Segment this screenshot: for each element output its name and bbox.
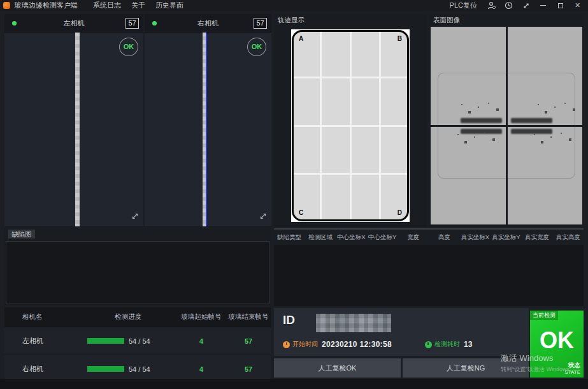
id-value-redacted [316,314,391,332]
restore-button[interactable] [556,1,564,10]
camera-progress-table: 相机名 检测进度 玻璃起始帧号 玻璃结束帧号 左相机 54 / 54 4 57 … [4,307,271,384]
right-camera-header: 右相机 57 [145,14,271,33]
camera-name: 左相机 [4,336,80,346]
defect-table-header: 缺陷类型 检测区域 中心坐标X 中心坐标Y 宽度 高度 真实坐标X 真实坐标Y … [274,228,584,245]
col-real-y: 真实坐标Y [491,233,522,242]
expand-icon[interactable] [259,211,267,223]
start-frame-value: 4 [176,337,226,345]
defect-image-panel: 缺陷图 [4,228,271,305]
surface-image-bottom-left[interactable] [431,127,506,225]
glass-outline: A B C D [292,30,409,221]
state-label-en: STATE [564,369,580,375]
badge-state-label: 状态 STATE [564,362,580,375]
col-height: 高度 [429,233,460,242]
result-meta: 开始时间 20230210 12:30:58 检测耗时 13 [283,340,473,349]
progress-bar [87,366,124,372]
result-info-panel: ID 开始时间 20230210 12:30:58 检测耗时 13 [274,308,529,356]
left-camera-frame-counter: 57 [125,18,139,29]
clock-icon [283,341,290,348]
menu-system-log[interactable]: 系统日志 [93,1,121,10]
col-camera-name: 相机名 [4,312,80,321]
left-camera-header: 左相机 57 [4,14,143,33]
progress-text: 54 / 54 [129,365,150,373]
app-title: 玻璃边缘检测客户端 [15,1,78,10]
manual-recheck-ok-button[interactable]: 人工复检OK [274,358,401,378]
defect-image-area[interactable] [6,241,269,304]
badge-result-text: OK [530,327,584,354]
manual-recheck-ng-button[interactable]: 人工复检NG [403,358,529,378]
surface-image-grid [431,27,582,224]
surface-image-top-right[interactable] [508,27,583,125]
fullscreen-icon[interactable] [522,1,530,10]
elapsed-value: 13 [464,340,473,349]
user-icon[interactable] [487,1,496,10]
end-frame-value: 57 [226,337,271,345]
state-label-cn: 状态 [564,362,580,369]
corner-label-b: B [398,35,402,42]
start-frame-value: 4 [176,365,226,373]
right-camera-panel: 右相机 57 OK [145,14,271,227]
defect-table-panel: 缺陷类型 检测区域 中心坐标X 中心坐标Y 宽度 高度 真实坐标X 真实坐标Y … [274,228,584,306]
col-width: 宽度 [398,233,429,242]
col-real-x: 真实坐标X [460,233,491,242]
right-camera-image[interactable]: OK [145,33,271,226]
camera-name: 右相机 [4,364,80,374]
surface-image-top-left[interactable] [431,27,506,125]
corner-label-d: D [398,209,402,216]
col-real-height: 真实高度 [552,233,584,242]
elapsed-label: 检测耗时 [434,340,460,349]
col-center-y: 中心坐标Y [367,233,398,242]
table-row[interactable]: 左相机 54 / 54 4 57 [4,327,271,355]
trajectory-title: 轨迹显示 [274,14,427,26]
start-time-label: 开始时间 [292,340,318,349]
expand-icon[interactable] [131,211,139,223]
bottom-strip [0,379,588,389]
menu-about[interactable]: 关于 [131,1,145,10]
glass-edge-strip [75,33,80,226]
defect-image-title: 缺陷图 [8,230,35,239]
titlebar: 玻璃边缘检测客户端 系统日志 关于 历史界面 PLC复位 ✕ [0,0,588,11]
corner-label-c: C [299,209,303,216]
left-camera-image[interactable]: OK [4,33,143,226]
defect-table-body[interactable] [274,245,584,305]
col-defect-type: 缺陷类型 [274,233,305,242]
surface-image-panel: 表面图像 [429,14,584,227]
left-camera-name: 左相机 [4,14,143,33]
glass-map: A B C D [291,29,410,222]
surface-image-bottom-right[interactable] [508,127,583,225]
left-camera-result-badge: OK [119,38,138,56]
plc-reset-button[interactable]: PLC复位 [450,1,477,10]
right-camera-frame-counter: 57 [254,18,267,29]
col-detect-region: 检测区域 [305,233,336,242]
progress-bar [87,338,124,344]
start-time-value: 20230210 12:30:58 [322,340,392,349]
corner-label-a: A [299,35,303,42]
col-end-frame: 玻璃结束帧号 [226,312,271,321]
clock-icon[interactable] [505,1,513,10]
col-real-width: 真实宽度 [522,233,553,242]
col-progress: 检测进度 [80,312,176,321]
right-camera-result-badge: OK [247,38,266,56]
badge-corner-label: 当前检测 [530,311,558,320]
clock-icon [425,341,432,348]
camera-table-header: 相机名 检测进度 玻璃起始帧号 玻璃结束帧号 [4,307,271,327]
surface-title: 表面图像 [429,14,584,26]
id-label: ID [283,313,295,327]
col-start-frame: 玻璃起始帧号 [176,312,226,321]
trajectory-panel: 轨迹显示 A B C D [274,14,427,227]
right-camera-name: 右相机 [145,14,271,33]
app-icon [3,2,10,9]
glass-edge-strip [203,33,207,226]
minimize-button[interactable] [539,1,547,10]
menu-history[interactable]: 历史界面 [155,1,183,10]
close-button[interactable]: ✕ [573,1,582,10]
app-window: 玻璃边缘检测客户端 系统日志 关于 历史界面 PLC复位 ✕ 左相机 57 [0,0,588,389]
col-center-x: 中心坐标X [336,233,367,242]
left-camera-panel: 左相机 57 OK [4,14,143,227]
end-frame-value: 57 [226,365,271,373]
current-result-badge: 当前检测 OK 状态 STATE [530,311,584,378]
progress-text: 54 / 54 [129,337,150,345]
